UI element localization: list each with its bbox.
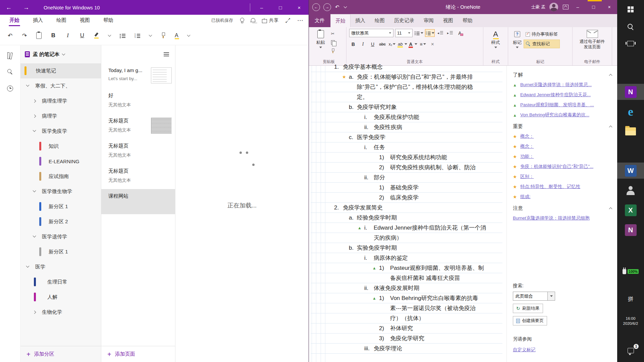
find-tags-button[interactable]: 查找标记 xyxy=(524,40,560,48)
tag-summary-item[interactable]: ★特点:特异性、耐受性、记忆性 xyxy=(513,182,613,192)
bold-icon[interactable]: B xyxy=(51,32,56,39)
action-center-button[interactable]: 1 xyxy=(617,343,644,359)
section-row[interactable]: 新分区 2 xyxy=(20,214,101,229)
tag-button[interactable]: ? 标记 xyxy=(511,29,524,59)
tag-group-header[interactable]: 了解 xyxy=(513,70,613,80)
create-summary-page-button[interactable]: 创建摘要页 xyxy=(513,316,547,325)
taskbar-file-explorer[interactable] xyxy=(617,123,644,139)
page-list-item[interactable]: 无标题页无其他文本 xyxy=(101,114,175,139)
ribbon-tab[interactable]: 绘图 xyxy=(370,14,389,27)
taskbar-word[interactable]: W xyxy=(617,163,644,179)
ribbon-tab[interactable]: 视图 xyxy=(438,14,458,27)
undo-icon[interactable]: ↶ xyxy=(7,32,13,39)
section-row[interactable]: 快速笔记 xyxy=(20,63,101,78)
format-painter-icon[interactable] xyxy=(329,48,336,54)
tag-item-link[interactable]: 区别： xyxy=(520,174,534,180)
chevron-right-icon[interactable] xyxy=(33,100,36,103)
section-row[interactable]: 人解 xyxy=(20,290,101,305)
forward-button[interactable]: → xyxy=(17,0,35,15)
search-scope-combo[interactable]: 此页组合 xyxy=(513,292,548,301)
collapse-chevron-icon[interactable] xyxy=(609,125,612,129)
section-row[interactable]: 新分区 1 xyxy=(20,244,101,259)
fullscreen-icon[interactable] xyxy=(285,18,290,23)
section-row[interactable]: 新分区 1 xyxy=(20,199,101,214)
font-name-combo[interactable]: 微软雅黑 xyxy=(349,29,393,37)
chevron-right-icon[interactable] xyxy=(33,311,36,314)
bullet-list-icon[interactable] xyxy=(120,34,125,38)
share-button[interactable]: 共享 xyxy=(262,17,278,23)
section-row[interactable]: 知识 xyxy=(20,139,101,154)
styles-icon[interactable]: A xyxy=(175,33,178,39)
clear-all-formatting-icon[interactable]: ✕ xyxy=(429,40,437,48)
back-button[interactable]: ← xyxy=(312,3,320,11)
subscript-button[interactable]: x₂ xyxy=(388,40,396,48)
section-group-row[interactable]: 生物化学 xyxy=(20,305,101,320)
numbered-list-button[interactable] xyxy=(425,29,435,37)
email-page-button[interactable]: 通过电子邮件发送页面 xyxy=(576,29,608,51)
page-canvas[interactable]: 1.免疫学基本概念★a.免疫：机体能够识别“自己”和“异己”，并最终排除“异己”… xyxy=(311,66,502,362)
close-button[interactable]: × xyxy=(290,0,309,15)
italic-icon[interactable]: I xyxy=(65,32,70,39)
tag-item-link[interactable]: 概念： xyxy=(520,133,534,139)
tag-summary-item[interactable]: ▲Edward Jenner接种牛痘防治天花... xyxy=(513,90,613,100)
section-row[interactable]: 生理日常 xyxy=(20,275,101,290)
refresh-results-button[interactable]: ↻ 刷新结果 xyxy=(513,304,543,313)
tag-group-header[interactable]: 注意 xyxy=(513,203,613,213)
add-page-button[interactable]: + 添加页面 xyxy=(101,346,175,362)
highlighter-icon[interactable] xyxy=(94,33,99,39)
tag-summary-item[interactable]: ★概念： xyxy=(513,131,613,141)
tag-item-link[interactable]: 功能： xyxy=(520,154,534,160)
tag-item-link[interactable]: 免疫：机体能够识别“自己”和“异己”... xyxy=(520,164,593,170)
paragraph-alignment-button[interactable]: ≡ xyxy=(419,40,427,48)
uwp-tab[interactable]: 帮助 xyxy=(103,15,114,25)
section-group-row[interactable]: 寒假、大二下、 xyxy=(20,78,101,94)
back-button[interactable]: ← xyxy=(0,0,17,15)
minimize-button[interactable]: – xyxy=(570,0,586,14)
underline-button[interactable]: U xyxy=(369,40,377,48)
chevron-down-icon[interactable] xyxy=(26,83,30,87)
tag-group-header[interactable]: 重要 xyxy=(513,121,613,131)
notifications-icon[interactable] xyxy=(251,18,255,23)
forward-button[interactable]: → xyxy=(323,3,331,11)
underline-icon[interactable]: U xyxy=(79,32,85,39)
tag-item-link[interactable]: 概念： xyxy=(520,143,534,149)
tag-item-link[interactable]: Von Behring研究出白喉毒素的抗... xyxy=(520,112,589,118)
chevron-down-icon[interactable] xyxy=(33,129,36,132)
copy-icon[interactable] xyxy=(329,39,336,46)
tag-summary-item[interactable]: ★功能： xyxy=(513,152,613,162)
numbered-list-icon[interactable] xyxy=(135,34,140,38)
tag-item-link[interactable]: Burnet克隆选择学说：筛选掉禁忌... xyxy=(520,82,592,88)
tell-me-icon[interactable] xyxy=(240,18,244,23)
more-chevron-icon[interactable] xyxy=(187,34,190,37)
redo-icon[interactable]: ↷ xyxy=(22,32,27,39)
page-list-item[interactable]: 无标题页无其他文本 xyxy=(101,139,175,164)
sync-status[interactable]: 已脱机保存 xyxy=(211,17,233,23)
file-tab[interactable]: 文件 xyxy=(309,14,330,27)
bold-button[interactable]: B xyxy=(349,40,357,48)
taskbar-people[interactable] xyxy=(617,182,644,198)
more-options-icon[interactable]: ⋯ xyxy=(297,17,303,24)
scope-dropdown-button[interactable] xyxy=(548,292,555,301)
strikethrough-button[interactable]: abc xyxy=(378,40,386,48)
tag-summary-item[interactable]: ▲Pasteur观察到细菌、发明培养基、... xyxy=(513,100,613,110)
section-row[interactable]: E-LEARNING xyxy=(20,154,101,169)
tag-summary-item[interactable]: ★概念： xyxy=(513,141,613,152)
styles-button[interactable]: A 样式 xyxy=(486,29,505,49)
maximize-button[interactable]: □ xyxy=(586,0,601,14)
close-button[interactable]: × xyxy=(601,0,617,14)
tag-summary-item[interactable]: ★组成: xyxy=(513,192,613,202)
account-name[interactable]: 士豪 孟 xyxy=(531,4,545,10)
ribbon-tab[interactable]: 审阅 xyxy=(419,14,438,27)
task-view-button[interactable] xyxy=(617,36,644,52)
ribbon-tab[interactable]: 插入 xyxy=(351,14,370,27)
tag-summary-item[interactable]: ★免疫：机体能够识别“自己”和“异己”... xyxy=(513,162,613,172)
page-list-item[interactable]: 课程网站 xyxy=(101,189,175,214)
section-group-row[interactable]: 病理生理学 xyxy=(20,94,101,109)
page-list-item[interactable]: 无标题页无其他文本 xyxy=(101,164,175,189)
collapse-chevron-icon[interactable] xyxy=(609,74,612,77)
recent-notes-icon[interactable] xyxy=(7,85,13,92)
format-painter-icon[interactable] xyxy=(161,33,166,39)
chevron-down-icon[interactable] xyxy=(33,234,36,238)
maximize-button[interactable]: □ xyxy=(271,0,290,15)
list-chevron-icon[interactable] xyxy=(149,34,152,37)
